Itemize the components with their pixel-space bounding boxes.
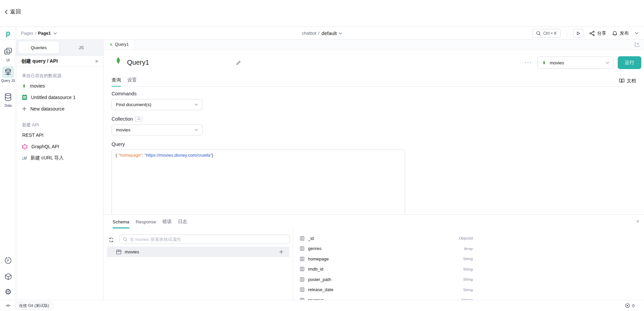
field-name: _id — [308, 236, 314, 241]
history-icon — [4, 257, 12, 264]
collection-select[interactable]: movies — [112, 124, 203, 135]
field-name: imdb_id — [308, 267, 324, 272]
query-sidebar: Queries JS 创建 query / API × 来自已存在的数据源 mo… — [16, 40, 103, 300]
field-name: revenue — [308, 298, 324, 300]
close-icon[interactable]: × — [636, 219, 639, 224]
field-row[interactable]: genres Array — [293, 244, 477, 254]
app-logo[interactable]: p — [0, 27, 16, 39]
query-label: Query — [112, 142, 407, 147]
header-actions: Ctrl + K 分享 发布 — [532, 27, 644, 39]
tab-schema[interactable]: Schema — [113, 215, 129, 229]
field-row[interactable]: revenue Integer — [293, 295, 477, 300]
git-commit-icon — [5, 304, 11, 307]
query-title: Query1 — [127, 59, 149, 66]
box-icon — [5, 273, 12, 280]
global-search-button[interactable]: Ctrl + K — [532, 29, 561, 38]
settings-button[interactable]: ⚙ — [0, 288, 16, 296]
app-env-switcher[interactable]: chatbot / default — [302, 27, 342, 40]
error-count: 0 — [632, 303, 635, 308]
tab-js[interactable]: JS — [59, 40, 103, 55]
share-button[interactable]: 分享 — [589, 30, 606, 36]
breadcrumb-current: Page1 — [38, 31, 51, 36]
edit-pencil-icon[interactable] — [236, 60, 241, 65]
chevron-down-icon — [54, 32, 57, 34]
field-type: String — [463, 277, 473, 281]
bell-icon — [612, 31, 617, 36]
field-type: ObjectId — [459, 236, 473, 240]
tab-errors[interactable]: 错误 — [162, 215, 172, 229]
tab-logs[interactable]: 日志 — [178, 215, 187, 229]
run-button[interactable]: 运行 — [618, 56, 641, 69]
plus-icon — [22, 106, 27, 111]
error-indicator[interactable]: 0 — [625, 303, 644, 308]
query-editor-area: Query1 Query1 ··· movies 运行 查询 设置 — [103, 40, 644, 300]
rail-item-query[interactable]: Query JS — [0, 66, 16, 83]
preview-button[interactable] — [573, 29, 583, 38]
field-name: poster_path — [308, 277, 331, 282]
schema-table-movies[interactable]: movies — [107, 247, 289, 257]
close-icon[interactable]: × — [95, 59, 98, 64]
commands-select[interactable]: Find document(s) — [112, 99, 203, 110]
query-database-icon — [2, 66, 14, 78]
tab-query[interactable]: 查询 — [112, 77, 121, 86]
status-bar: 连接 Git (测试版) 0 — [0, 300, 644, 311]
new-datasource-button[interactable]: New datasource — [16, 103, 103, 115]
chevron-down-icon — [606, 62, 609, 64]
tab-response[interactable]: Response — [136, 215, 156, 229]
search-icon — [536, 31, 541, 36]
query-tab-query1[interactable]: Query1 — [103, 40, 135, 49]
publish-button[interactable]: 发布 — [612, 30, 629, 36]
curl-icon: :// — [22, 156, 27, 161]
app-env-separator: / — [318, 31, 319, 36]
history-button[interactable] — [0, 257, 16, 264]
share-icon — [589, 31, 595, 36]
refresh-icon[interactable] — [109, 237, 114, 243]
api-item-graphql[interactable]: GraphQL API — [16, 141, 103, 152]
tab-settings[interactable]: 设置 — [127, 77, 137, 86]
field-row[interactable]: homepage String — [293, 254, 477, 264]
breadcrumb[interactable]: Pages / Page1 — [16, 27, 57, 39]
rail-item-data[interactable]: Data — [0, 91, 16, 107]
query-subtabs: 查询 设置 文档 — [112, 76, 636, 87]
chevron-down-icon — [194, 129, 198, 131]
publish-menu-chevron-icon[interactable] — [635, 32, 639, 34]
breadcrumb-root: Pages — [21, 31, 33, 36]
back-button[interactable]: 返回 — [5, 8, 21, 15]
graphql-api-label: GraphQL API — [31, 144, 59, 149]
chevron-left-icon — [5, 9, 8, 14]
api-item-curl[interactable]: :// 新建 cURL 导入 — [16, 152, 103, 164]
create-query-title: 创建 query / API — [21, 58, 58, 64]
api-item-rest[interactable]: REST API — [16, 129, 103, 141]
rail-item-ui[interactable]: UI — [0, 45, 16, 62]
more-menu-button[interactable]: ··· — [523, 59, 533, 66]
data-database-icon — [2, 91, 14, 103]
add-table-icon[interactable] — [279, 250, 283, 254]
share-label: 分享 — [597, 30, 606, 36]
column-icon — [300, 287, 304, 292]
section-existing-datasources: 来自已存在的数据源 — [16, 70, 103, 80]
datasource-select-value: movies — [550, 60, 564, 65]
collapse-panel-icon[interactable] — [635, 42, 640, 47]
query-code-editor[interactable]: { "homepage": "https://movies.disney.com… — [112, 150, 405, 217]
datasource-select[interactable]: movies — [538, 57, 614, 69]
field-row[interactable]: release_date String — [293, 285, 477, 295]
query-tab-strip: Query1 — [103, 40, 644, 50]
schema-search-input[interactable] — [130, 237, 286, 242]
collection-label: Collection Js — [112, 116, 407, 122]
modules-button[interactable] — [0, 273, 16, 280]
field-name: homepage — [308, 256, 329, 261]
datasource-item-movies[interactable]: movies — [16, 80, 103, 92]
tab-queries[interactable]: Queries — [19, 41, 59, 54]
field-name: genres — [308, 246, 321, 251]
connect-git-button[interactable]: 连接 Git (测试版) — [15, 302, 53, 309]
field-row[interactable]: poster_path String — [293, 274, 477, 285]
schema-search[interactable] — [119, 235, 290, 244]
field-row[interactable]: _id ObjectId — [293, 233, 477, 244]
datasource-item-untitled[interactable]: Untitled datasource 1 — [16, 92, 103, 103]
field-row[interactable]: imdb_id String — [293, 264, 477, 275]
docs-link[interactable]: 文档 — [619, 78, 636, 86]
js-badge[interactable]: Js — [135, 116, 142, 122]
query-header-actions: ··· movies 运行 — [523, 56, 641, 69]
schema-content: movies _id ObjectId genres Array — [103, 229, 644, 300]
docs-label: 文档 — [627, 78, 636, 84]
